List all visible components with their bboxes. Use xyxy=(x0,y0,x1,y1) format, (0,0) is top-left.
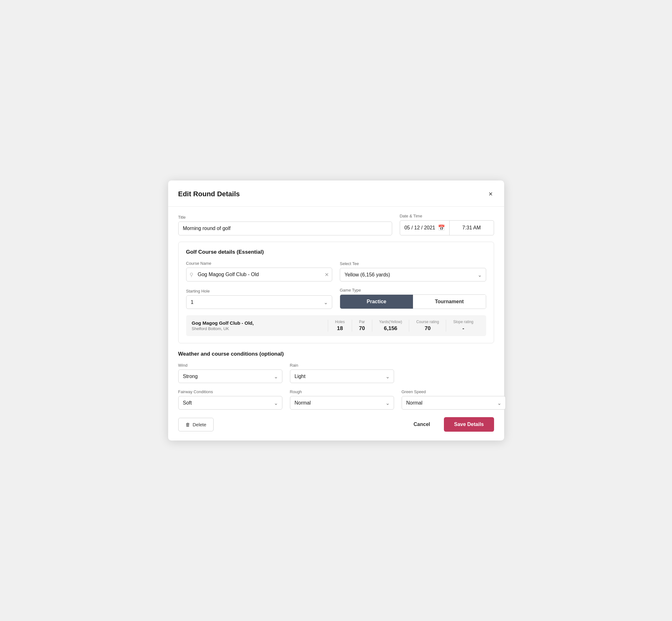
conditions-title: Weather and course conditions (optional) xyxy=(178,351,494,357)
slope-rating-stat: Slope rating - xyxy=(446,320,480,332)
rain-label: Rain xyxy=(290,363,394,368)
course-name-input[interactable] xyxy=(186,267,333,282)
rough-label: Rough xyxy=(290,389,394,394)
green-speed-wrapper: Slow Normal Fast Very Fast ⌄ xyxy=(402,396,506,410)
modal-header: Edit Round Details × xyxy=(178,189,494,199)
golf-course-title: Golf Course details (Essential) xyxy=(186,249,486,255)
rain-group: Rain None Light Moderate Heavy ⌄ xyxy=(290,363,394,383)
green-speed-dropdown[interactable]: Slow Normal Fast Very Fast xyxy=(402,396,506,410)
date-part[interactable]: 05 / 12 / 2021 📅 xyxy=(400,220,450,235)
rough-group: Rough Short Normal Long Very Long ⌄ xyxy=(290,389,394,410)
search-icon: ⚲ xyxy=(190,272,194,278)
rain-wrapper: None Light Moderate Heavy ⌄ xyxy=(290,370,394,383)
delete-button[interactable]: 🗑 Delete xyxy=(178,418,214,431)
yards-stat: Yards(Yellow) 6,156 xyxy=(372,320,409,332)
date-value: 05 / 12 / 2021 xyxy=(405,225,435,231)
green-speed-label: Green Speed xyxy=(402,389,506,394)
holes-label: Holes xyxy=(335,320,345,324)
select-tee-label: Select Tee xyxy=(340,261,486,266)
game-type-group: Game Type Practice Tournament xyxy=(340,288,486,309)
modal-footer: 🗑 Delete Cancel Save Details xyxy=(178,417,494,432)
rough-wrapper: Short Normal Long Very Long ⌄ xyxy=(290,396,394,410)
course-rating-stat: Course rating 70 xyxy=(409,320,446,332)
holes-stat: Holes 18 xyxy=(328,320,352,332)
edit-round-modal: Edit Round Details × Title Date & Time 0… xyxy=(168,180,504,441)
delete-label: Delete xyxy=(193,422,206,427)
slope-rating-label: Slope rating xyxy=(453,320,473,324)
title-field-group: Title xyxy=(178,215,392,236)
rain-dropdown[interactable]: None Light Moderate Heavy xyxy=(290,370,394,383)
fairway-group: Fairway Conditions Firm Normal Soft Wet … xyxy=(178,389,282,410)
course-info-name: Gog Magog Golf Club - Old, Shelford Bott… xyxy=(192,320,328,331)
date-time-control: 05 / 12 / 2021 📅 7:31 AM xyxy=(400,220,494,236)
yards-label: Yards(Yellow) xyxy=(379,320,402,324)
clear-icon[interactable]: ✕ xyxy=(325,272,329,278)
par-value: 70 xyxy=(359,325,365,332)
course-name-display: Gog Magog Golf Club - Old, xyxy=(192,320,328,326)
select-tee-dropdown[interactable]: Yellow (6,156 yards) White (6,500 yards)… xyxy=(340,268,486,282)
wind-label: Wind xyxy=(178,363,282,368)
footer-right: Cancel Save Details xyxy=(407,417,494,432)
modal-title: Edit Round Details xyxy=(178,190,240,198)
golf-course-section: Golf Course details (Essential) Course N… xyxy=(178,242,494,343)
conditions-section: Weather and course conditions (optional)… xyxy=(178,351,494,410)
title-label: Title xyxy=(178,215,392,220)
fairway-rough-green-row: Fairway Conditions Firm Normal Soft Wet … xyxy=(178,389,494,410)
tournament-button[interactable]: Tournament xyxy=(413,295,486,308)
select-tee-wrapper: Yellow (6,156 yards) White (6,500 yards)… xyxy=(340,268,486,282)
course-name-group: Course Name ⚲ ✕ xyxy=(186,261,333,282)
date-time-group: Date & Time 05 / 12 / 2021 📅 7:31 AM xyxy=(400,214,494,236)
practice-button[interactable]: Practice xyxy=(340,295,413,308)
par-stat: Par 70 xyxy=(352,320,372,332)
save-button[interactable]: Save Details xyxy=(444,417,494,432)
course-location: Shelford Bottom, UK xyxy=(192,326,328,331)
course-rating-value: 70 xyxy=(416,325,439,332)
starting-hole-wrapper: 1 2345 678910 ⌄ xyxy=(186,295,333,309)
yards-value: 6,156 xyxy=(379,325,402,332)
trash-icon: 🗑 xyxy=(185,422,190,427)
game-type-label: Game Type xyxy=(340,288,486,292)
course-tee-row: Course Name ⚲ ✕ Select Tee Yellow (6,156… xyxy=(186,261,486,282)
par-label: Par xyxy=(359,320,365,324)
green-speed-group: Green Speed Slow Normal Fast Very Fast ⌄ xyxy=(402,389,506,410)
holes-value: 18 xyxy=(335,325,345,332)
slope-rating-value: - xyxy=(453,325,473,332)
cancel-button[interactable]: Cancel xyxy=(407,418,436,431)
wind-dropdown[interactable]: Calm Light Moderate Strong Very Strong xyxy=(178,370,282,383)
fairway-wrapper: Firm Normal Soft Wet ⌄ xyxy=(178,396,282,410)
course-rating-label: Course rating xyxy=(416,320,439,324)
starting-hole-group: Starting Hole 1 2345 678910 ⌄ xyxy=(186,289,333,309)
close-button[interactable]: × xyxy=(488,189,494,199)
starting-hole-label: Starting Hole xyxy=(186,289,333,293)
title-datetime-row: Title Date & Time 05 / 12 / 2021 📅 7:31 … xyxy=(178,214,494,236)
calendar-icon: 📅 xyxy=(438,224,445,231)
select-tee-group: Select Tee Yellow (6,156 yards) White (6… xyxy=(340,261,486,282)
hole-gametype-row: Starting Hole 1 2345 678910 ⌄ Game Type … xyxy=(186,288,486,309)
header-divider xyxy=(168,206,504,207)
course-name-label: Course Name xyxy=(186,261,333,266)
course-info-bar: Gog Magog Golf Club - Old, Shelford Bott… xyxy=(186,315,486,336)
course-stats: Holes 18 Par 70 Yards(Yellow) 6,156 Cour… xyxy=(328,320,480,332)
time-value: 7:31 AM xyxy=(462,225,481,231)
wind-group: Wind Calm Light Moderate Strong Very Str… xyxy=(178,363,282,383)
time-part[interactable]: 7:31 AM xyxy=(450,220,494,235)
rough-dropdown[interactable]: Short Normal Long Very Long xyxy=(290,396,394,410)
fairway-label: Fairway Conditions xyxy=(178,389,282,394)
course-name-input-wrapper: ⚲ ✕ xyxy=(186,267,333,282)
starting-hole-dropdown[interactable]: 1 2345 678910 xyxy=(186,295,333,309)
wind-wrapper: Calm Light Moderate Strong Very Strong ⌄ xyxy=(178,370,282,383)
date-time-label: Date & Time xyxy=(400,214,494,218)
wind-rain-row: Wind Calm Light Moderate Strong Very Str… xyxy=(178,363,494,383)
fairway-dropdown[interactable]: Firm Normal Soft Wet xyxy=(178,396,282,410)
game-type-toggle: Practice Tournament xyxy=(340,294,486,309)
title-input[interactable] xyxy=(178,221,392,236)
